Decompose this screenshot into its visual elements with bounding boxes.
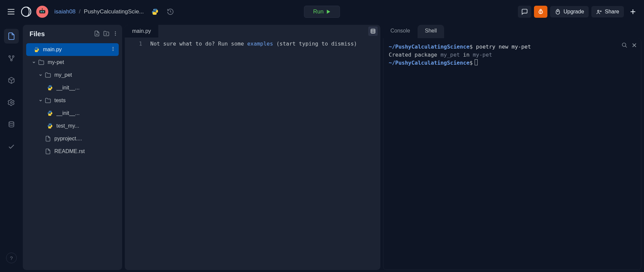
python-icon — [46, 84, 54, 91]
svg-point-9 — [153, 9, 154, 10]
tree-item[interactable]: __init__... — [26, 107, 119, 120]
bug-button[interactable] — [534, 6, 547, 18]
add-button[interactable] — [627, 5, 639, 18]
terminal[interactable]: ~/PushyCalculatingScience$ poetry new my… — [383, 38, 641, 270]
share-label: Share — [605, 9, 619, 15]
rail-check-icon[interactable] — [4, 139, 19, 154]
svg-line-16 — [539, 11, 540, 11]
folder-icon — [38, 59, 45, 65]
svg-point-41 — [113, 49, 114, 50]
svg-point-48 — [51, 128, 51, 128]
tree-item[interactable]: my-pet — [26, 56, 119, 69]
svg-point-37 — [115, 35, 116, 36]
breadcrumb: isaiah08 / PushyCalculatingScie... — [54, 8, 144, 15]
svg-point-8 — [42, 8, 43, 9]
svg-point-6 — [43, 11, 44, 12]
svg-point-21 — [598, 10, 599, 12]
svg-point-40 — [113, 47, 114, 48]
tree-item-label: tests — [54, 97, 119, 104]
tree-item-label: pyproject.... — [54, 136, 119, 142]
file-icon — [44, 136, 52, 142]
file-icon — [44, 148, 52, 154]
breadcrumb-separator: / — [79, 8, 80, 15]
upgrade-button[interactable]: Upgrade — [550, 6, 589, 17]
folder-icon — [44, 97, 52, 104]
svg-point-30 — [9, 122, 14, 124]
tree-item[interactable]: my_pet — [26, 69, 119, 81]
shell-tab[interactable]: Shell — [418, 25, 444, 38]
console-tab[interactable]: Console — [383, 25, 418, 38]
svg-point-27 — [12, 56, 14, 57]
tree-item-label: test_my... — [56, 123, 119, 129]
project-name[interactable]: PushyCalculatingScie... — [84, 8, 144, 15]
python-icon — [46, 110, 54, 117]
run-button[interactable]: Run — [304, 6, 340, 18]
chevron-down-icon — [38, 99, 43, 102]
svg-point-43 — [49, 86, 49, 86]
svg-point-38 — [36, 48, 36, 48]
rail-files-icon[interactable] — [4, 29, 19, 44]
terminal-command: poetry new my-pet — [476, 44, 531, 50]
svg-point-35 — [115, 31, 116, 32]
new-folder-icon[interactable] — [103, 30, 109, 38]
language-icon[interactable] — [149, 5, 161, 18]
tree-item[interactable]: tests — [26, 94, 119, 107]
tree-item-label: __init__... — [56, 110, 119, 116]
svg-rect-49 — [371, 29, 375, 33]
files-title: Files — [30, 30, 91, 38]
prompt-path: ~/PushyCalculatingScience — [389, 44, 470, 50]
tree-item[interactable]: README.rst — [26, 145, 119, 158]
replit-logo[interactable] — [20, 6, 32, 18]
svg-rect-4 — [39, 10, 45, 13]
files-more-icon[interactable] — [113, 31, 118, 37]
run-label: Run — [313, 8, 323, 15]
username-link[interactable]: isaiah08 — [54, 8, 75, 15]
svg-point-28 — [11, 59, 12, 61]
python-icon — [33, 46, 40, 53]
hamburger-menu[interactable] — [5, 5, 17, 18]
svg-point-29 — [10, 101, 12, 104]
svg-point-39 — [37, 51, 38, 52]
examples-link[interactable]: examples — [247, 41, 273, 47]
terminal-search-icon[interactable] — [622, 42, 628, 51]
rail-vcs-icon[interactable] — [4, 51, 19, 66]
svg-point-44 — [51, 89, 51, 90]
editor-tab[interactable]: main.py — [125, 25, 158, 38]
avatar[interactable] — [36, 6, 48, 18]
svg-point-47 — [49, 124, 49, 124]
tree-item[interactable]: pyproject.... — [26, 132, 119, 145]
tree-item[interactable]: __init__... — [26, 81, 119, 94]
svg-line-17 — [542, 11, 542, 11]
share-button[interactable]: Share — [591, 6, 624, 17]
tree-item[interactable]: test_my... — [26, 120, 119, 132]
svg-line-53 — [625, 46, 627, 48]
history-icon[interactable] — [164, 5, 177, 18]
editor-hint[interactable]: Not sure what to do? Run some examples (… — [148, 38, 363, 270]
tree-item-more-icon[interactable] — [111, 47, 119, 53]
svg-point-42 — [113, 50, 114, 51]
python-icon — [46, 123, 54, 129]
tree-item-label: my-pet — [48, 59, 119, 65]
terminal-cursor — [475, 59, 478, 65]
terminal-close-icon[interactable] — [632, 42, 637, 51]
upgrade-label: Upgrade — [564, 9, 584, 15]
line-number: 1 — [125, 38, 148, 270]
editor-layout-icon[interactable] — [368, 26, 378, 36]
svg-point-52 — [622, 43, 626, 47]
new-file-icon[interactable] — [94, 30, 100, 38]
rail-packages-icon[interactable] — [4, 73, 19, 88]
svg-point-5 — [41, 11, 42, 12]
rail-database-icon[interactable] — [4, 117, 19, 132]
chevron-down-icon — [38, 73, 43, 77]
tree-item-label: my_pet — [54, 72, 119, 78]
svg-point-45 — [49, 111, 49, 112]
help-button[interactable]: ? — [6, 253, 17, 263]
folder-icon — [44, 72, 52, 78]
rail-settings-icon[interactable] — [4, 95, 19, 110]
svg-marker-11 — [327, 10, 330, 14]
chat-button[interactable] — [518, 6, 531, 18]
tree-item[interactable]: main.py — [26, 43, 119, 56]
svg-point-10 — [156, 13, 156, 14]
svg-line-19 — [542, 13, 542, 13]
svg-point-26 — [9, 56, 10, 57]
